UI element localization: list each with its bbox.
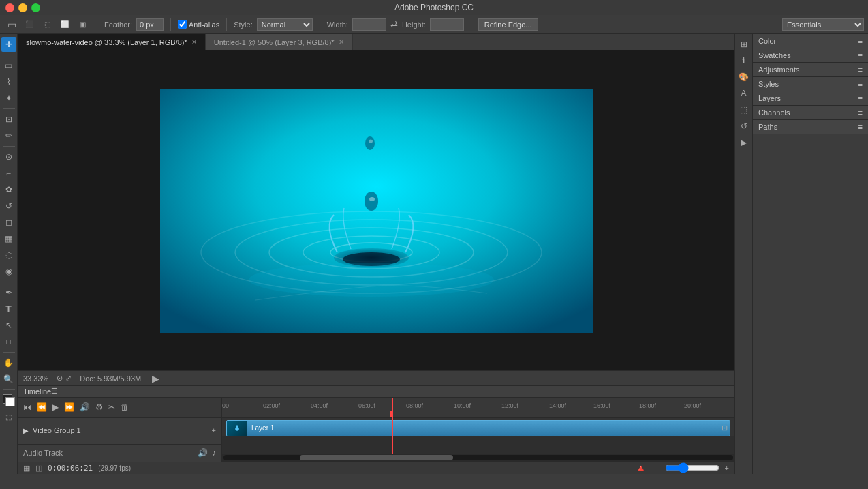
paths-panel-header[interactable]: Paths ≡ [753, 120, 868, 134]
step-forward-button[interactable]: ⏩ [64, 402, 74, 412]
layers-panel-header[interactable]: Layers ≡ [753, 91, 868, 105]
svg-point-8 [365, 192, 378, 211]
fg-bg-color-icon[interactable] [1, 393, 16, 408]
adjustments-menu-icon[interactable]: ≡ [858, 65, 863, 74]
right-icon-actions[interactable]: ▶ [737, 135, 751, 150]
right-icon-layercomp[interactable]: ⬚ [737, 102, 751, 117]
right-panel: Color ≡ Swatches ≡ Adjustments ≡ Styles … [752, 34, 868, 474]
clone-stamp-tool-icon[interactable]: ✿ [1, 182, 16, 197]
zoom-in-icon[interactable]: + [725, 464, 729, 472]
essentials-select[interactable]: Essentials [782, 18, 864, 31]
add-media-icon[interactable]: 🔺 [635, 462, 647, 473]
status-icon-2[interactable]: ⤢ [65, 374, 72, 383]
timeline-ruler: 00 02:00f 04:00f 06:00f 08:00f 10:00f 12… [222, 398, 734, 411]
zoom-out-icon[interactable]: — [652, 464, 660, 472]
color-menu-icon[interactable]: ≡ [858, 37, 863, 45]
tab-slowmo-video[interactable]: slowmo-water-video @ 33.3% (Layer 1, RGB… [18, 34, 206, 50]
tl-icon-clip[interactable]: ◫ [35, 464, 42, 473]
video-group-expand-icon[interactable]: ▶ [23, 427, 29, 434]
main-layout: ✛ ▭ ⌇ ✦ ⊡ ✏ ⊙ ⌐ ✿ ↺ ◻ ▦ ◌ ◉ ✒ T ↖ □ ✋ 🔍 … [0, 34, 868, 474]
svg-point-9 [369, 197, 375, 201]
quick-mask-icon[interactable]: ⬚ [1, 409, 16, 424]
swatches-menu-icon[interactable]: ≡ [858, 51, 863, 59]
magic-wand-tool-icon[interactable]: ✦ [1, 91, 16, 106]
hand-tool-icon[interactable]: ✋ [1, 355, 16, 370]
path-select-tool-icon[interactable]: ↖ [1, 318, 16, 333]
paths-menu-icon[interactable]: ≡ [858, 123, 863, 131]
scrollbar-track[interactable] [223, 455, 733, 460]
color-panel-header[interactable]: Color ≡ [753, 34, 868, 48]
timeline-tracks: 💧 Layer 1 ⊡ [222, 418, 734, 436]
status-icon-1[interactable]: ⊙ [57, 374, 63, 383]
right-icon-history[interactable]: ↺ [737, 119, 751, 134]
play-button[interactable]: ▶ [52, 402, 59, 412]
styles-menu-icon[interactable]: ≡ [858, 80, 863, 88]
layer-1-clip[interactable]: 💧 Layer 1 ⊡ [226, 420, 730, 436]
timeline-zoom-slider[interactable] [665, 465, 719, 471]
eraser-tool-icon[interactable]: ◻ [1, 215, 16, 230]
minimize-button[interactable] [18, 3, 27, 12]
audio-mute-icon[interactable]: 🔊 [198, 448, 208, 458]
right-icon-info[interactable]: ℹ [737, 53, 751, 68]
right-icon-color[interactable]: 🎨 [737, 70, 751, 85]
feather-label: Feather: [104, 20, 132, 29]
text-tool-icon[interactable]: T [1, 301, 16, 316]
brush-tool-icon[interactable]: ⌐ [1, 166, 16, 181]
refine-edge-button[interactable]: Refine Edge... [478, 18, 538, 31]
rect-marquee-tool-icon[interactable]: ▭ [1, 58, 16, 73]
layers-menu-icon[interactable]: ≡ [858, 94, 863, 102]
gradient-tool-icon[interactable]: ▦ [1, 231, 16, 246]
width-input[interactable] [352, 18, 386, 31]
tab-close-1[interactable]: ✕ [191, 38, 197, 46]
maximize-button[interactable] [31, 3, 40, 12]
channels-menu-icon[interactable]: ≡ [858, 108, 863, 117]
crop-tool-icon[interactable]: ⊡ [1, 112, 16, 127]
tab-untitled[interactable]: Untitled-1 @ 50% (Layer 3, RGB/8)* ✕ [206, 34, 353, 50]
healing-brush-tool-icon[interactable]: ⊙ [1, 149, 16, 164]
style-label: Style: [234, 20, 253, 29]
style-select[interactable]: Normal Fixed Ratio Fixed Size [257, 18, 313, 31]
zoom-tool-icon[interactable]: 🔍 [1, 372, 16, 387]
audio-note-icon[interactable]: ♪ [212, 448, 216, 458]
tl-icon-list[interactable]: ▦ [23, 464, 30, 473]
rect-select-tool-icon[interactable]: ▭ [4, 17, 19, 32]
history-brush-tool-icon[interactable]: ↺ [1, 198, 16, 213]
delete-button[interactable]: 🗑 [121, 402, 129, 412]
lasso-tool-icon[interactable]: ⌇ [1, 74, 16, 89]
audio-button[interactable]: 🔊 [80, 402, 90, 412]
anti-alias-checkbox[interactable] [178, 20, 187, 29]
select-option2-icon[interactable]: ⬚ [40, 17, 55, 32]
swatches-panel-header[interactable]: Swatches ≡ [753, 48, 868, 62]
settings-button[interactable]: ⚙ [95, 402, 103, 412]
step-back-button[interactable]: ⏪ [37, 402, 47, 412]
playhead-strip [390, 411, 392, 417]
play-btn[interactable]: ▶ [152, 373, 159, 384]
close-button[interactable] [5, 3, 14, 12]
height-input[interactable] [430, 18, 464, 31]
go-to-start-button[interactable]: ⏮ [23, 402, 31, 412]
channels-panel-header[interactable]: Channels ≡ [753, 106, 868, 119]
styles-panel-header[interactable]: Styles ≡ [753, 77, 868, 91]
eyedropper-tool-icon[interactable]: ✏ [1, 128, 16, 143]
pen-tool-icon[interactable]: ✒ [1, 285, 16, 300]
clip-options-icon[interactable]: ⊡ [719, 423, 730, 434]
shape-tool-icon[interactable]: □ [1, 334, 16, 349]
swap-wh-icon[interactable]: ⇄ [390, 19, 398, 29]
right-icon-type[interactable]: A [737, 86, 751, 101]
feather-input[interactable] [136, 18, 164, 31]
scrollbar-thumb[interactable] [300, 455, 452, 460]
channels-label: Channels [758, 108, 790, 117]
adjustments-panel-header[interactable]: Adjustments ≡ [753, 63, 868, 76]
video-group-add-icon[interactable]: + [212, 426, 216, 434]
right-icon-properties[interactable]: ⊞ [737, 37, 751, 52]
cut-button[interactable]: ✂ [108, 402, 115, 412]
blur-tool-icon[interactable]: ◌ [1, 248, 16, 263]
select-option4-icon[interactable]: ▣ [75, 17, 90, 32]
tab-close-2[interactable]: ✕ [339, 38, 344, 46]
select-option1-icon[interactable]: ⬛ [22, 17, 37, 32]
select-option3-icon[interactable]: ⬜ [57, 17, 72, 32]
timeline-menu-icon[interactable]: ☰ [51, 387, 58, 396]
move-tool-icon[interactable]: ✛ [1, 37, 16, 52]
svg-point-12 [249, 263, 494, 297]
dodge-tool-icon[interactable]: ◉ [1, 264, 16, 279]
